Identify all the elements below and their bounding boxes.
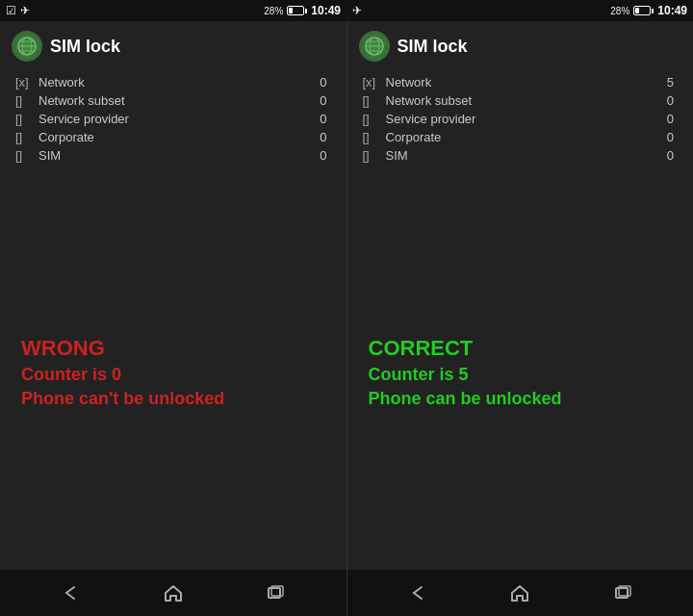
status-bar-left: ☑ ✈ 28% 10:49 [0, 0, 346, 21]
recents-button-right[interactable] [605, 576, 640, 610]
checkbox-provider-right: [] [359, 110, 382, 128]
status-bar: ☑ ✈ 28% 10:49 ✈ 28% 10:49 [0, 0, 693, 21]
label-network-left: Network [35, 73, 287, 91]
checkbox-subset-right: [] [359, 91, 382, 110]
back-button-left[interactable] [53, 576, 88, 610]
table-row: [] Service provider 0 [359, 110, 682, 128]
main-content: SIM lock [x] Network 0 [] Network subset… [0, 21, 693, 570]
table-row: [] Corporate 0 [359, 128, 682, 146]
airplane-icon-right: ✈ [352, 4, 362, 17]
battery-icon-right [633, 6, 654, 15]
home-button-right[interactable] [502, 576, 537, 610]
nav-bar-right [347, 570, 694, 616]
value-sim-right: 0 [634, 146, 681, 165]
time-left: 10:49 [311, 4, 341, 17]
app-header-left: SIM lock [12, 31, 335, 62]
value-corporate-left: 0 [287, 128, 334, 146]
app-icon-left [12, 31, 42, 62]
panel-left: SIM lock [x] Network 0 [] Network subset… [0, 21, 347, 570]
app-title-left: SIM lock [50, 37, 120, 57]
result-counter-left: Counter is 0 [21, 365, 121, 385]
recents-button-left[interactable] [258, 576, 293, 610]
table-row: [] Network subset 0 [12, 91, 335, 110]
battery-percent-right: 28% [610, 6, 629, 16]
table-row: [] Service provider 0 [12, 110, 335, 128]
checkbox-provider-left: [] [12, 110, 35, 128]
checkbox-sim-left: [] [12, 146, 35, 165]
result-status-left: Phone can't be unlocked [21, 389, 224, 409]
value-provider-right: 0 [634, 110, 681, 128]
result-counter-right: Counter is 5 [369, 365, 469, 385]
value-sim-left: 0 [287, 146, 334, 165]
label-provider-left: Service provider [35, 110, 287, 128]
result-title-right: CORRECT [369, 336, 474, 361]
battery-percent-left: 28% [264, 6, 283, 16]
value-network-left: 0 [287, 73, 334, 91]
check-icon: ☑ [6, 4, 16, 17]
checkbox-network-right: [x] [359, 73, 382, 91]
checkbox-corporate-right: [] [359, 128, 382, 146]
label-corporate-left: Corporate [35, 128, 287, 146]
status-right-icons-left: 28% 10:49 [264, 4, 341, 17]
label-subset-right: Network subset [382, 91, 634, 110]
checkbox-subset-left: [] [12, 91, 35, 110]
panel-right: SIM lock [x] Network 5 [] Network subset… [347, 21, 694, 570]
table-row: [] Network subset 0 [359, 91, 682, 110]
checkbox-sim-right: [] [359, 146, 382, 165]
label-subset-left: Network subset [35, 91, 287, 110]
result-area-left: WRONG Counter is 0 Phone can't be unlock… [12, 184, 335, 560]
label-network-right: Network [382, 73, 634, 91]
value-subset-left: 0 [287, 91, 334, 110]
value-corporate-right: 0 [634, 128, 681, 146]
checkbox-network-left: [x] [12, 73, 35, 91]
time-right: 10:49 [657, 4, 687, 17]
table-row: [x] Network 0 [12, 73, 335, 91]
status-bar-right: ✈ 28% 10:49 [346, 0, 693, 21]
app-title-right: SIM lock [398, 37, 468, 57]
label-corporate-right: Corporate [382, 128, 634, 146]
airplane-icon: ✈ [20, 4, 30, 17]
home-button-left[interactable] [156, 576, 191, 610]
value-provider-left: 0 [287, 110, 334, 128]
table-row: [] SIM 0 [359, 146, 682, 165]
result-area-right: CORRECT Counter is 5 Phone can be unlock… [359, 184, 682, 560]
nav-bar [0, 570, 693, 616]
value-network-right: 5 [634, 73, 681, 91]
globe-icon-left [17, 37, 37, 56]
lock-table-right: [x] Network 5 [] Network subset 0 [] Ser… [359, 73, 682, 165]
lock-table-left: [x] Network 0 [] Network subset 0 [] Ser… [12, 73, 335, 165]
table-row: [x] Network 5 [359, 73, 682, 91]
status-left-icons: ☑ ✈ [6, 4, 30, 17]
checkbox-corporate-left: [] [12, 128, 35, 146]
label-sim-left: SIM [35, 146, 287, 165]
value-subset-right: 0 [634, 91, 681, 110]
status-right-right-icons: 28% 10:49 [610, 4, 687, 17]
table-row: [] SIM 0 [12, 146, 335, 165]
label-provider-right: Service provider [382, 110, 634, 128]
back-button-right[interactable] [400, 576, 435, 610]
label-sim-right: SIM [382, 146, 634, 165]
table-row: [] Corporate 0 [12, 128, 335, 146]
globe-icon-right [365, 37, 384, 56]
status-right-left-icons: ✈ [352, 4, 362, 17]
result-title-left: WRONG [21, 336, 105, 361]
app-header-right: SIM lock [359, 31, 682, 62]
nav-bar-left [0, 570, 346, 616]
result-status-right: Phone can be unlocked [369, 389, 562, 409]
battery-icon-left [287, 6, 307, 15]
app-icon-right [359, 31, 390, 62]
